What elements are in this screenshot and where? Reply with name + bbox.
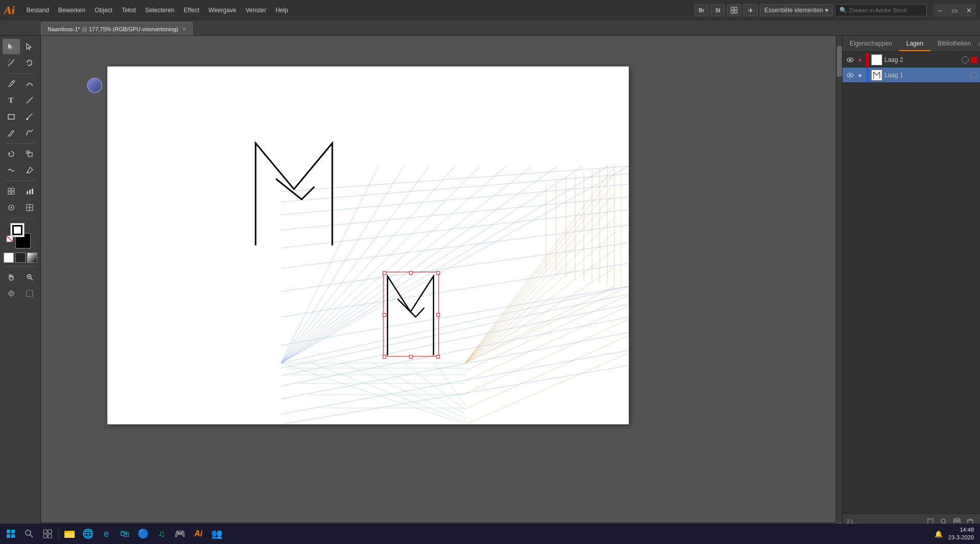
perspective-grid-handle[interactable]	[87, 78, 102, 93]
tab-close-btn[interactable]: ×	[183, 26, 187, 32]
svg-rect-19	[8, 192, 11, 194]
layer-1-target-icon[interactable]	[970, 72, 977, 79]
pencil-tool[interactable]	[3, 125, 20, 141]
perspective-grid-tool[interactable]	[3, 184, 20, 199]
scale-tool[interactable]	[21, 146, 38, 162]
warp-tool[interactable]	[3, 163, 20, 178]
svg-line-49	[281, 166, 455, 363]
menu-effect[interactable]: Effect	[179, 5, 203, 16]
layer-2-visibility-icon[interactable]	[846, 55, 855, 64]
layer-1-name: Laag 1	[884, 72, 968, 79]
chart-symbol-tools	[3, 184, 38, 199]
taskbar-separator-1	[58, 528, 59, 540]
illustrator-taskbar-btn[interactable]: Ai	[190, 525, 207, 542]
artboard-tool[interactable]	[21, 286, 38, 301]
menu-venster[interactable]: Venster	[241, 5, 271, 16]
svg-point-116	[941, 519, 945, 523]
ie-btn[interactable]: e	[98, 525, 115, 542]
toolbar-divider-3	[5, 180, 36, 181]
svg-line-50	[281, 166, 481, 363]
edit-symbol-btn[interactable]	[3, 286, 20, 301]
lasso-tool[interactable]	[21, 55, 38, 71]
eyedropper-tool[interactable]	[21, 163, 38, 178]
notification-btn[interactable]: 🔔	[930, 525, 947, 542]
maximize-btn[interactable]: ▭	[947, 4, 962, 17]
layer-1-visibility-icon[interactable]	[846, 71, 855, 80]
bridge-btn[interactable]: Br	[694, 4, 709, 16]
white-swatch[interactable]	[4, 253, 14, 263]
pen-tool[interactable]	[3, 76, 20, 92]
minimize-btn[interactable]: ─	[933, 4, 947, 17]
layer-2-target-icon[interactable]	[962, 56, 969, 63]
menu-tekst[interactable]: Tekst	[117, 5, 141, 16]
stock-search[interactable]: 🔍 Zoeken in Adobe Stock	[835, 4, 927, 16]
hand-tool[interactable]	[3, 269, 20, 285]
direct-select-tool[interactable]	[21, 39, 38, 54]
tab-lagen[interactable]: Lagen	[899, 37, 930, 51]
svg-rect-103	[383, 271, 386, 275]
svg-line-85	[465, 295, 629, 371]
menu-bewerken[interactable]: Bewerken	[54, 5, 90, 16]
layer-row-1[interactable]: ▶ Laag 1	[842, 67, 980, 83]
layer-row-2[interactable]: ▶ Laag 2	[842, 52, 980, 67]
svg-point-25	[10, 207, 12, 209]
main-area: T	[0, 36, 980, 529]
layer-1-expand-icon[interactable]: ▶	[857, 72, 864, 79]
artboard	[107, 66, 629, 424]
svg-rect-20	[12, 192, 14, 194]
chrome-btn[interactable]: 🔵	[134, 525, 152, 542]
slice-tool[interactable]	[21, 200, 38, 215]
menu-object[interactable]: Object	[90, 5, 117, 16]
black-swatch[interactable]	[15, 253, 26, 263]
vertical-scroll-thumb[interactable]	[837, 46, 842, 77]
perspective-grid-svg	[107, 66, 629, 424]
teams-btn[interactable]: 👥	[208, 525, 225, 542]
grid-btn[interactable]	[727, 4, 741, 16]
shaper-tool[interactable]	[21, 125, 38, 141]
svg-rect-14	[28, 152, 32, 156]
tab-eigenschappen[interactable]: Eigenschappen	[842, 37, 899, 51]
rectangle-tool[interactable]	[3, 109, 20, 124]
stock-btn[interactable]: St	[711, 4, 725, 16]
edge-btn[interactable]: 🌐	[79, 525, 97, 542]
task-view-icon	[43, 529, 52, 538]
magic-wand-tool[interactable]	[3, 55, 20, 71]
document-tab[interactable]: Naamloos-1* @ 177,75% (RGB/GPU-voorverto…	[41, 22, 193, 35]
select-tool[interactable]	[3, 39, 20, 54]
paintbrush-tool[interactable]	[21, 109, 38, 124]
start-btn[interactable]	[2, 525, 19, 542]
zoom-tool[interactable]	[21, 269, 38, 285]
task-view-btn[interactable]	[39, 525, 56, 542]
close-btn[interactable]: ✕	[962, 4, 976, 17]
svg-line-81	[465, 250, 614, 363]
spotify-btn[interactable]: ♫	[153, 525, 170, 542]
stroke-swatch[interactable]	[12, 225, 22, 235]
menu-selecteren[interactable]: Selecteren	[141, 5, 179, 16]
menu-weergave[interactable]: Weergave	[204, 5, 241, 16]
svg-line-4	[8, 61, 13, 66]
steam-btn[interactable]: 🎮	[171, 525, 189, 542]
chart-tool[interactable]	[21, 184, 38, 199]
gradient-swatch[interactable]	[27, 253, 37, 263]
workspace-dropdown[interactable]: Essentiële elementen ▾	[760, 4, 833, 16]
layer-2-expand-icon[interactable]: ▶	[857, 56, 864, 63]
rotate-tool[interactable]	[3, 146, 20, 162]
color-swatches[interactable]	[5, 223, 36, 248]
panel-menu-icon[interactable]: ≡	[978, 41, 981, 47]
svg-rect-136	[64, 533, 75, 538]
curvature-tool[interactable]	[21, 76, 38, 92]
search-taskbar-btn[interactable]	[20, 525, 38, 542]
share-btn[interactable]: ✈	[743, 4, 758, 16]
tab-bibliotheken[interactable]: Bibliotheken	[930, 37, 978, 51]
menu-bestand[interactable]: Bestand	[22, 5, 54, 16]
type-tool[interactable]: T	[3, 93, 20, 108]
menu-help[interactable]: Help	[271, 5, 293, 16]
symbol-tool[interactable]	[3, 200, 20, 215]
svg-marker-13	[9, 152, 11, 154]
line-tool[interactable]	[21, 93, 38, 108]
file-explorer-btn[interactable]	[61, 525, 78, 542]
svg-line-52	[281, 166, 532, 363]
vertical-scrollbar[interactable]	[836, 36, 842, 523]
canvas-area[interactable]	[41, 36, 842, 529]
store-btn[interactable]: 🛍	[116, 525, 133, 542]
